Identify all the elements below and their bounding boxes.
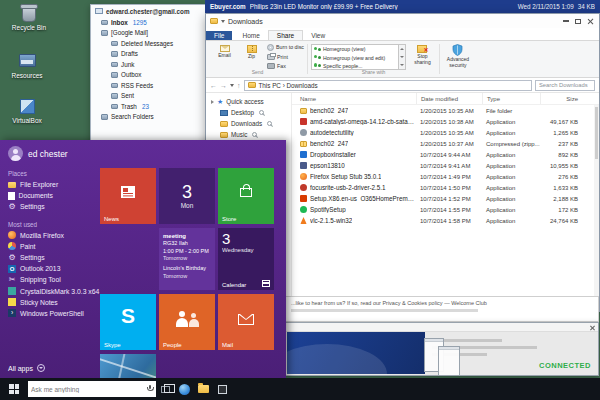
up-icon[interactable]: ↑ [237, 82, 241, 89]
mini-window[interactable] [438, 346, 460, 376]
tab-share[interactable]: Share [268, 30, 303, 41]
nav-item-downloads[interactable]: Downloads [206, 118, 291, 129]
column-header-size[interactable]: Size [540, 93, 584, 104]
mail-folder-trash[interactable]: Trash23 [91, 101, 207, 112]
start-item-settings[interactable]: ⚙Settings [8, 201, 98, 212]
start-item-firefox[interactable]: Mozilla Firefox [8, 230, 98, 241]
tile-news[interactable]: News [100, 168, 156, 224]
taskbar-search[interactable] [28, 381, 156, 397]
stop-sharing-button[interactable]: Stop sharing [409, 43, 436, 66]
breadcrumb[interactable]: This PC › Downloads [244, 80, 533, 91]
back-icon[interactable]: ← [210, 82, 217, 89]
recent-locations-icon[interactable] [230, 84, 234, 87]
start-item-outlook[interactable]: OOutlook 2013 [8, 263, 98, 274]
table-row[interactable]: bench02_2471/20/2015 10:35 AMFile folder [292, 105, 599, 116]
scroll-down-icon[interactable] [400, 56, 404, 58]
table-row[interactable]: vlc-2.1.5-win3210/7/2014 1:58 PMApplicat… [292, 215, 599, 226]
start-item-powershell[interactable]: ›Windows PowerShell [8, 308, 98, 319]
mail-folder-search[interactable]: Search Folders [91, 112, 207, 123]
tab-home[interactable]: Home [234, 31, 267, 41]
scrollbar[interactable] [594, 105, 599, 311]
chevron-down-icon[interactable] [221, 20, 225, 23]
tile-calendar-date[interactable]: 3 Mon [159, 168, 215, 224]
mail-folder-drafts[interactable]: Drafts [91, 49, 207, 60]
search-input[interactable] [31, 386, 145, 393]
print-button[interactable]: Print [267, 53, 304, 62]
desktop-icon-virtualbox[interactable]: VirtualBox [4, 98, 50, 124]
mail-folder-junk[interactable]: Junk [91, 59, 207, 70]
user-name: ed chester [28, 149, 68, 159]
table-row[interactable]: Firefox Setup Stub 35.0.110/7/2014 1:49 … [292, 171, 599, 182]
start-button[interactable] [0, 378, 28, 400]
file-explorer-button[interactable] [194, 378, 213, 400]
start-item-file-explorer[interactable]: File Explorer [8, 179, 98, 190]
table-row[interactable]: focusrite-usb-2-driver-2.5.110/7/2014 1:… [292, 182, 599, 193]
burn-to-disc-button[interactable]: Burn to disc [267, 43, 304, 52]
mail-folder-deleted[interactable]: Deleted Messages [91, 38, 207, 49]
table-row[interactable]: epson1381010/7/2014 9:41 AMApplication10… [292, 160, 599, 171]
start-item-crystaldiskmark[interactable]: CrystalDiskMark 3.0.3 x64 [8, 286, 98, 297]
mail-folder-inbox[interactable]: Inbox1295 [91, 17, 207, 28]
taskbar [0, 378, 600, 400]
gallery-scrollbar[interactable] [399, 44, 406, 70]
task-view-button[interactable] [156, 378, 175, 400]
start-item-paint[interactable]: Paint [8, 241, 98, 252]
table-row[interactable]: bench02_2471/20/2015 10:37 AMCompressed … [292, 138, 599, 149]
minimize-icon[interactable] [563, 20, 569, 22]
microphone-icon[interactable] [147, 385, 153, 394]
scrollbar-thumb[interactable] [595, 107, 598, 159]
desktop-icon-resources[interactable]: Resources [4, 52, 50, 79]
table-row[interactable]: SpotifySetup10/7/2014 1:55 PMApplication… [292, 204, 599, 215]
mail-folder-google-mail[interactable]: [Google Mail] [91, 28, 207, 39]
tile-people[interactable]: People [159, 294, 215, 350]
recycle-bin-icon [22, 6, 36, 22]
table-row[interactable]: DropboxInstaller10/7/2014 9:44 AMApplica… [292, 149, 599, 160]
tile-calendar[interactable]: 3 Wednesday Calendar [218, 228, 274, 290]
mail-account-header[interactable]: edward.chester@gmail.com [91, 5, 207, 17]
chevron-down-icon [37, 364, 45, 372]
desktop-icon-recycle-bin[interactable]: Recycle Bin [6, 6, 52, 31]
tile-calendar-live[interactable]: meeting RG32 Ilah 1:00 PM - 2:00 PM Tomo… [159, 228, 215, 290]
advanced-security-button[interactable]: Advanced security [443, 43, 473, 69]
scroll-up-icon[interactable] [400, 48, 404, 50]
forward-icon[interactable]: → [220, 82, 227, 89]
all-apps-button[interactable]: All apps [8, 364, 45, 372]
tile-mail[interactable]: Mail [218, 294, 274, 350]
nav-item-music[interactable]: Music [206, 129, 291, 140]
tile-maps[interactable] [100, 354, 156, 378]
search-input[interactable] [535, 80, 595, 91]
tile-skype[interactable]: S Skype [100, 294, 156, 350]
skype-icon: S [100, 304, 156, 328]
gallery-expand-icon[interactable] [400, 64, 404, 66]
nav-item-desktop[interactable]: Desktop [206, 107, 291, 118]
share-option-homegroup-view[interactable]: Homegroup (view) [312, 45, 398, 53]
table-row[interactable]: Setup.X86.en-us_O365HomePremRetail...10/… [292, 193, 599, 204]
nav-item-quick-access[interactable]: ★Quick access [206, 96, 291, 107]
tile-store[interactable]: Store [218, 168, 274, 224]
mail-folder-rss[interactable]: RSS Feeds [91, 80, 207, 91]
email-message-header[interactable]: Ebuyer.com Philips 23in LED Monitor only… [205, 0, 600, 13]
table-row[interactable]: autodetectutility1/20/2015 10:35 AMAppli… [292, 127, 599, 138]
user-account[interactable]: ed chester [8, 146, 68, 161]
zip-button[interactable]: Zip [238, 43, 265, 60]
app-window-button[interactable] [213, 378, 232, 400]
mail-folder-outbox[interactable]: Outbox [91, 70, 207, 81]
mail-folder-sent[interactable]: Sent [91, 91, 207, 102]
start-item-sticky-notes[interactable]: Sticky Notes [8, 297, 98, 308]
share-option-homegroup-edit[interactable]: Homegroup (view and edit) [312, 53, 398, 61]
column-header-name[interactable]: Name [292, 93, 416, 104]
start-item-documents[interactable]: Documents [8, 190, 98, 201]
start-item-snipping-tool[interactable]: ✂Snipping Tool [8, 274, 98, 285]
column-header-type[interactable]: Type [482, 93, 540, 104]
email-button[interactable]: Email [211, 43, 238, 59]
email-icon [220, 45, 230, 52]
column-header-date[interactable]: Date modified [416, 93, 482, 104]
tab-view[interactable]: View [303, 31, 333, 41]
browser-button[interactable] [175, 378, 194, 400]
close-icon[interactable] [590, 325, 595, 330]
maximize-icon[interactable] [575, 19, 581, 24]
tab-file[interactable]: File [206, 31, 232, 41]
start-item-settings-2[interactable]: ⚙Settings [8, 252, 98, 263]
close-icon[interactable] [587, 18, 593, 24]
table-row[interactable]: amd-catalyst-omega-14.12-cb-sata-shd...1… [292, 116, 599, 127]
